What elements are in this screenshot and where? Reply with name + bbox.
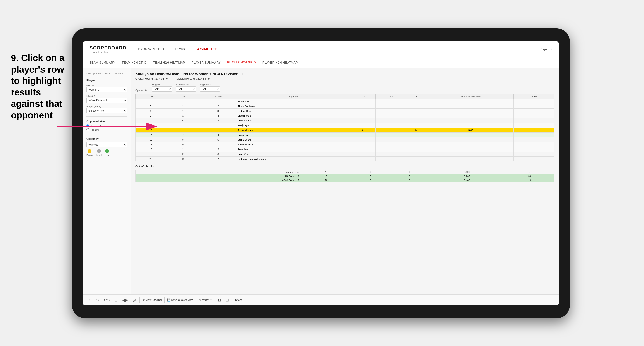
table-row[interactable]: 1474Eunice Yi xyxy=(136,133,554,137)
colour-dot-up xyxy=(105,149,109,153)
undo-button[interactable]: ↩ xyxy=(87,297,92,303)
h2h-grid-table: # Div # Reg # Conf Opponent Win Loss Tie… xyxy=(135,94,554,161)
table-row[interactable]: 1691Jessica Mason xyxy=(136,142,554,147)
right-panel: Katelyn Vo Head-to-Head Grid for Women's… xyxy=(131,68,559,294)
division-record-label: Division Record: 331 - 34 - 6 xyxy=(176,77,210,80)
division-select[interactable]: NCAA Division III xyxy=(86,98,127,103)
table-row[interactable]: 613Sydney Kuo xyxy=(136,109,554,113)
layout-button[interactable]: ⊡ xyxy=(217,297,222,303)
table-row[interactable]: 1311Jessica Huang010-3.002 xyxy=(136,128,554,133)
filter-region: Region (All) xyxy=(152,83,172,92)
filter-opponent: Opponent (All) xyxy=(200,83,220,92)
table-row[interactable]: 1063Andrea York xyxy=(136,118,554,123)
out-of-division-row[interactable]: NCAA Division 25007.40010 xyxy=(136,178,554,182)
toolbar-separator-4 xyxy=(214,297,214,303)
sign-out-button[interactable]: Sign out xyxy=(540,47,552,51)
filter-conference: Conference (All) xyxy=(176,83,196,92)
colour-label-down: Down xyxy=(86,154,92,157)
table-row[interactable]: 31Esther Lee xyxy=(136,99,554,104)
division-record-value: 331 - 34 - 6 xyxy=(196,77,210,80)
opponents-label: Opponents: xyxy=(135,89,148,92)
tablet-frame: SCOREBOARD Powered by clippd TOURNAMENTS… xyxy=(72,28,570,318)
overall-record-value: 353 - 34 - 6 xyxy=(154,77,168,80)
col-rounds: Rounds xyxy=(514,94,554,99)
save-custom-view-button[interactable]: 💾 Save Custom View xyxy=(167,299,194,302)
adjust-button[interactable]: ◀▶ xyxy=(121,297,129,303)
overall-record-label: Overall Record: 353 - 34 - 6 xyxy=(135,77,168,80)
toolbar-separator-3 xyxy=(196,297,196,303)
tab-team-h2h-grid[interactable]: TEAM H2H GRID xyxy=(122,59,147,66)
radio-opponents-played[interactable]: Opponents Played xyxy=(86,125,127,127)
nav-teams[interactable]: TEAMS xyxy=(174,45,187,53)
col-win: Win xyxy=(350,94,376,99)
out-of-division-title: Out of division xyxy=(135,165,554,168)
tab-player-h2h-heatmap[interactable]: PLAYER H2H HEATMAP xyxy=(262,59,298,66)
grid-title: Katelyn Vo Head-to-Head Grid for Women's… xyxy=(135,72,554,76)
gender-label: Gender xyxy=(86,84,127,87)
left-panel: Last Updated: 27/03/2024 16:55:38 Player… xyxy=(83,68,131,294)
tab-player-h2h-grid[interactable]: PLAYER H2H GRID xyxy=(227,59,256,66)
logo-title: SCOREBOARD xyxy=(90,45,126,51)
tablet-screen: SCOREBOARD Powered by clippd TOURNAMENTS… xyxy=(83,41,559,305)
view-original-button[interactable]: 👁 View: Original xyxy=(142,299,162,302)
nav-bar: SCOREBOARD Powered by clippd TOURNAMENTS… xyxy=(83,41,559,57)
instruction-text: 9. Click on a player's row to highlight … xyxy=(11,52,70,121)
target-button[interactable]: ◎ xyxy=(132,297,137,303)
conference-filter-select[interactable]: (All) xyxy=(176,86,196,92)
player-rank-select[interactable]: 8. Katelyn Vo xyxy=(86,108,127,113)
opponent-filter-label: Opponent xyxy=(200,83,220,86)
out-of-division-row[interactable]: NAIA Division 115009.26730 xyxy=(136,174,554,178)
nav-committee[interactable]: COMMITTEE xyxy=(196,45,218,53)
table-row[interactable]: 522Alexis Sudjianto xyxy=(136,104,554,109)
reset-button[interactable]: ↩↪ xyxy=(102,297,111,303)
table-row[interactable]: 19106Emily Chang xyxy=(136,152,554,157)
opponent-filter-select[interactable]: (All) xyxy=(200,86,220,92)
grid-button[interactable]: ⊞ xyxy=(114,297,118,303)
colour-by-select[interactable]: Win/loss xyxy=(86,142,127,147)
colour-legend: Down Level Up xyxy=(86,149,127,157)
colour-dot-level xyxy=(97,149,101,153)
share-button[interactable]: Share xyxy=(235,299,242,302)
col-div: # Div xyxy=(136,94,166,99)
col-loss: Loss xyxy=(376,94,405,99)
table-row[interactable]: 914Sharon Mun xyxy=(136,113,554,118)
out-of-division-row[interactable]: Foreign Team1004.5002 xyxy=(136,170,554,174)
toolbar-separator-1 xyxy=(140,297,140,303)
colour-level: Level xyxy=(96,149,102,157)
colour-dot-down xyxy=(88,149,92,153)
out-of-division-table: Foreign Team1004.5002NAIA Division 11500… xyxy=(135,170,554,182)
colour-by-title: Colour by xyxy=(86,137,127,140)
last-updated: Last Updated: 27/03/2024 16:55:38 xyxy=(86,72,127,75)
conference-filter-label: Conference xyxy=(176,83,196,86)
sub-nav: TEAM SUMMARY TEAM H2H GRID TEAM H2H HEAT… xyxy=(83,57,559,68)
colour-down: Down xyxy=(86,149,92,157)
gender-select[interactable]: Women's Men's xyxy=(86,87,127,92)
bottom-toolbar: ↩ ↪ ↩↪ ⊞ ◀▶ ◎ 👁 View: Original 💾 Save Cu… xyxy=(83,294,559,305)
grid-records: Overall Record: 353 - 34 - 6 Division Re… xyxy=(135,77,554,80)
nav-tournaments[interactable]: TOURNAMENTS xyxy=(137,45,166,53)
filter-row: Opponents: Region (All) Conference (All) xyxy=(135,83,554,92)
opponent-view-title: Opponent view xyxy=(86,120,127,123)
table-row[interactable]: 1822Euna Lee xyxy=(136,147,554,152)
tab-team-summary[interactable]: TEAM SUMMARY xyxy=(90,59,115,66)
tab-player-summary[interactable]: PLAYER SUMMARY xyxy=(192,59,221,66)
main-content: Last Updated: 27/03/2024 16:55:38 Player… xyxy=(83,68,559,294)
region-filter-select[interactable]: (All) xyxy=(152,86,172,92)
colour-label-level: Level xyxy=(96,154,102,157)
col-diff: Diff Av Strokes/Rnd xyxy=(427,94,514,99)
watch-button[interactable]: 👁 Watch ▾ xyxy=(199,299,212,302)
table-row[interactable]: 1585Stella Chang xyxy=(136,137,554,142)
division-label: Division xyxy=(86,95,127,97)
colour-label-up: Up xyxy=(106,154,109,157)
player-section-title: Player xyxy=(86,79,127,82)
tab-team-h2h-heatmap[interactable]: TEAM H2H HEATMAP xyxy=(153,59,185,66)
table-row[interactable]: 12Heeju Hyun xyxy=(136,123,554,128)
radio-top100[interactable]: Top 100 xyxy=(86,128,127,131)
redo-button[interactable]: ↪ xyxy=(95,297,100,303)
region-filter-label: Region xyxy=(152,83,172,86)
col-opponent: Opponent xyxy=(236,94,350,99)
table-row[interactable]: 20117Federica Domecq Lacroze xyxy=(136,157,554,161)
table-header-row: # Div # Reg # Conf Opponent Win Loss Tie… xyxy=(136,94,554,99)
nav-links: TOURNAMENTS TEAMS COMMITTEE xyxy=(137,45,540,53)
remove-button[interactable]: ⊟ xyxy=(225,297,230,303)
